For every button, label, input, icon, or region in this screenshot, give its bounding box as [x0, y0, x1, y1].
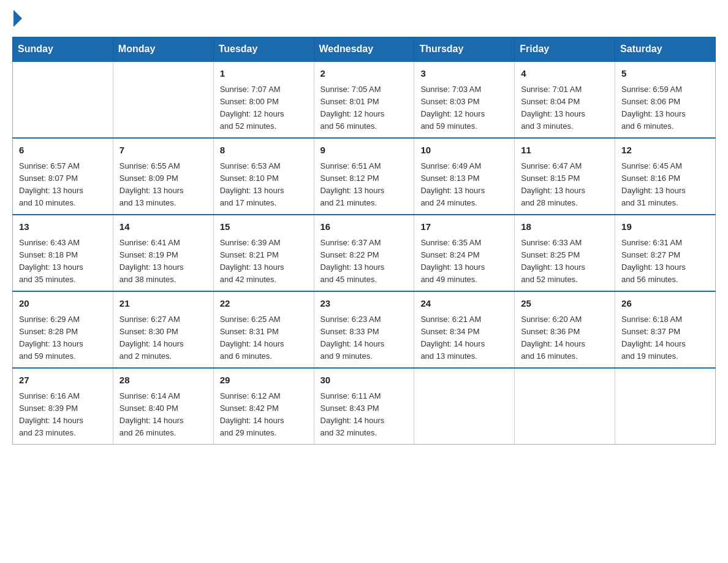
calendar-cell: 14Sunrise: 6:41 AM Sunset: 8:19 PM Dayli…	[113, 215, 213, 291]
calendar-week-row: 27Sunrise: 6:16 AM Sunset: 8:39 PM Dayli…	[13, 368, 716, 445]
calendar-cell: 22Sunrise: 6:25 AM Sunset: 8:31 PM Dayli…	[213, 291, 314, 368]
day-number: 15	[220, 220, 308, 234]
day-number: 26	[621, 297, 709, 311]
day-info: Sunrise: 6:12 AM Sunset: 8:42 PM Dayligh…	[220, 390, 308, 440]
day-number: 8	[220, 144, 308, 158]
calendar-cell: 11Sunrise: 6:47 AM Sunset: 8:15 PM Dayli…	[515, 138, 615, 215]
day-number: 24	[420, 297, 508, 311]
calendar-cell: 25Sunrise: 6:20 AM Sunset: 8:36 PM Dayli…	[515, 291, 615, 368]
day-info: Sunrise: 6:55 AM Sunset: 8:09 PM Dayligh…	[119, 160, 207, 210]
day-number: 3	[420, 67, 508, 81]
calendar-cell: 30Sunrise: 6:11 AM Sunset: 8:43 PM Dayli…	[314, 368, 414, 445]
day-info: Sunrise: 6:33 AM Sunset: 8:25 PM Dayligh…	[521, 237, 609, 286]
day-number: 5	[621, 67, 709, 81]
calendar-cell: 9Sunrise: 6:51 AM Sunset: 8:12 PM Daylig…	[314, 138, 414, 215]
day-info: Sunrise: 7:05 AM Sunset: 8:01 PM Dayligh…	[320, 83, 408, 133]
calendar-cell	[13, 61, 113, 138]
day-info: Sunrise: 7:03 AM Sunset: 8:03 PM Dayligh…	[420, 83, 508, 133]
day-info: Sunrise: 6:31 AM Sunset: 8:27 PM Dayligh…	[621, 237, 709, 286]
weekday-header-saturday: Saturday	[615, 37, 716, 62]
day-info: Sunrise: 6:41 AM Sunset: 8:19 PM Dayligh…	[119, 237, 207, 286]
calendar-cell: 17Sunrise: 6:35 AM Sunset: 8:24 PM Dayli…	[414, 215, 515, 291]
day-info: Sunrise: 6:59 AM Sunset: 8:06 PM Dayligh…	[621, 83, 709, 133]
day-number: 30	[320, 373, 408, 388]
logo	[12, 12, 25, 25]
day-number: 16	[320, 220, 408, 234]
calendar-cell: 27Sunrise: 6:16 AM Sunset: 8:39 PM Dayli…	[13, 368, 113, 445]
day-number: 29	[220, 373, 308, 388]
day-number: 22	[220, 297, 308, 311]
calendar-cell: 8Sunrise: 6:53 AM Sunset: 8:10 PM Daylig…	[213, 138, 314, 215]
weekday-header-thursday: Thursday	[414, 37, 515, 62]
calendar-cell: 15Sunrise: 6:39 AM Sunset: 8:21 PM Dayli…	[213, 215, 314, 291]
calendar-cell: 26Sunrise: 6:18 AM Sunset: 8:37 PM Dayli…	[615, 291, 716, 368]
calendar-cell: 19Sunrise: 6:31 AM Sunset: 8:27 PM Dayli…	[615, 215, 716, 291]
calendar-week-row: 20Sunrise: 6:29 AM Sunset: 8:28 PM Dayli…	[13, 291, 716, 368]
calendar-cell: 20Sunrise: 6:29 AM Sunset: 8:28 PM Dayli…	[13, 291, 113, 368]
day-info: Sunrise: 6:57 AM Sunset: 8:07 PM Dayligh…	[19, 160, 107, 210]
day-number: 20	[19, 297, 107, 311]
day-number: 14	[119, 220, 207, 234]
calendar-cell	[113, 61, 213, 138]
day-number: 9	[320, 144, 408, 158]
weekday-header-wednesday: Wednesday	[314, 37, 414, 62]
day-info: Sunrise: 6:45 AM Sunset: 8:16 PM Dayligh…	[621, 160, 709, 210]
calendar-cell: 21Sunrise: 6:27 AM Sunset: 8:30 PM Dayli…	[113, 291, 213, 368]
day-info: Sunrise: 7:01 AM Sunset: 8:04 PM Dayligh…	[521, 83, 609, 133]
day-number: 28	[119, 373, 207, 388]
day-info: Sunrise: 6:11 AM Sunset: 8:43 PM Dayligh…	[320, 390, 408, 440]
day-info: Sunrise: 6:16 AM Sunset: 8:39 PM Dayligh…	[19, 390, 107, 440]
day-info: Sunrise: 6:49 AM Sunset: 8:13 PM Dayligh…	[420, 160, 508, 210]
calendar-week-row: 13Sunrise: 6:43 AM Sunset: 8:18 PM Dayli…	[13, 215, 716, 291]
day-info: Sunrise: 6:20 AM Sunset: 8:36 PM Dayligh…	[521, 313, 609, 363]
day-info: Sunrise: 6:39 AM Sunset: 8:21 PM Dayligh…	[220, 237, 308, 286]
day-info: Sunrise: 6:23 AM Sunset: 8:33 PM Dayligh…	[320, 313, 408, 363]
weekday-header-monday: Monday	[113, 37, 213, 62]
day-number: 6	[19, 144, 107, 158]
weekday-header-row: SundayMondayTuesdayWednesdayThursdayFrid…	[13, 37, 716, 62]
day-info: Sunrise: 6:53 AM Sunset: 8:10 PM Dayligh…	[220, 160, 308, 210]
calendar-cell: 3Sunrise: 7:03 AM Sunset: 8:03 PM Daylig…	[414, 61, 515, 138]
logo-arrow-icon	[13, 10, 22, 27]
calendar-cell: 12Sunrise: 6:45 AM Sunset: 8:16 PM Dayli…	[615, 138, 716, 215]
day-info: Sunrise: 6:18 AM Sunset: 8:37 PM Dayligh…	[621, 313, 709, 363]
calendar-table: SundayMondayTuesdayWednesdayThursdayFrid…	[12, 37, 716, 445]
day-number: 18	[521, 220, 609, 234]
day-info: Sunrise: 6:25 AM Sunset: 8:31 PM Dayligh…	[220, 313, 308, 363]
day-info: Sunrise: 6:35 AM Sunset: 8:24 PM Dayligh…	[420, 237, 508, 286]
day-number: 1	[220, 67, 308, 81]
calendar-cell: 7Sunrise: 6:55 AM Sunset: 8:09 PM Daylig…	[113, 138, 213, 215]
day-info: Sunrise: 6:14 AM Sunset: 8:40 PM Dayligh…	[119, 390, 207, 440]
calendar-cell: 13Sunrise: 6:43 AM Sunset: 8:18 PM Dayli…	[13, 215, 113, 291]
day-info: Sunrise: 6:29 AM Sunset: 8:28 PM Dayligh…	[19, 313, 107, 363]
day-number: 21	[119, 297, 207, 311]
calendar-cell: 10Sunrise: 6:49 AM Sunset: 8:13 PM Dayli…	[414, 138, 515, 215]
calendar-cell: 24Sunrise: 6:21 AM Sunset: 8:34 PM Dayli…	[414, 291, 515, 368]
calendar-cell: 5Sunrise: 6:59 AM Sunset: 8:06 PM Daylig…	[615, 61, 716, 138]
calendar-cell: 4Sunrise: 7:01 AM Sunset: 8:04 PM Daylig…	[515, 61, 615, 138]
day-number: 27	[19, 373, 107, 388]
day-number: 7	[119, 144, 207, 158]
weekday-header-friday: Friday	[515, 37, 615, 62]
day-info: Sunrise: 6:21 AM Sunset: 8:34 PM Dayligh…	[420, 313, 508, 363]
day-number: 4	[521, 67, 609, 81]
day-number: 23	[320, 297, 408, 311]
calendar-cell: 2Sunrise: 7:05 AM Sunset: 8:01 PM Daylig…	[314, 61, 414, 138]
calendar-cell: 23Sunrise: 6:23 AM Sunset: 8:33 PM Dayli…	[314, 291, 414, 368]
day-number: 25	[521, 297, 609, 311]
day-info: Sunrise: 7:07 AM Sunset: 8:00 PM Dayligh…	[220, 83, 308, 133]
day-info: Sunrise: 6:47 AM Sunset: 8:15 PM Dayligh…	[521, 160, 609, 210]
calendar-cell: 16Sunrise: 6:37 AM Sunset: 8:22 PM Dayli…	[314, 215, 414, 291]
day-number: 13	[19, 220, 107, 234]
day-info: Sunrise: 6:37 AM Sunset: 8:22 PM Dayligh…	[320, 237, 408, 286]
day-number: 2	[320, 67, 408, 81]
day-number: 19	[621, 220, 709, 234]
day-number: 11	[521, 144, 609, 158]
calendar-cell: 28Sunrise: 6:14 AM Sunset: 8:40 PM Dayli…	[113, 368, 213, 445]
calendar-cell: 6Sunrise: 6:57 AM Sunset: 8:07 PM Daylig…	[13, 138, 113, 215]
day-info: Sunrise: 6:51 AM Sunset: 8:12 PM Dayligh…	[320, 160, 408, 210]
calendar-cell	[615, 368, 716, 445]
day-info: Sunrise: 6:43 AM Sunset: 8:18 PM Dayligh…	[19, 237, 107, 286]
calendar-cell: 18Sunrise: 6:33 AM Sunset: 8:25 PM Dayli…	[515, 215, 615, 291]
day-number: 12	[621, 144, 709, 158]
